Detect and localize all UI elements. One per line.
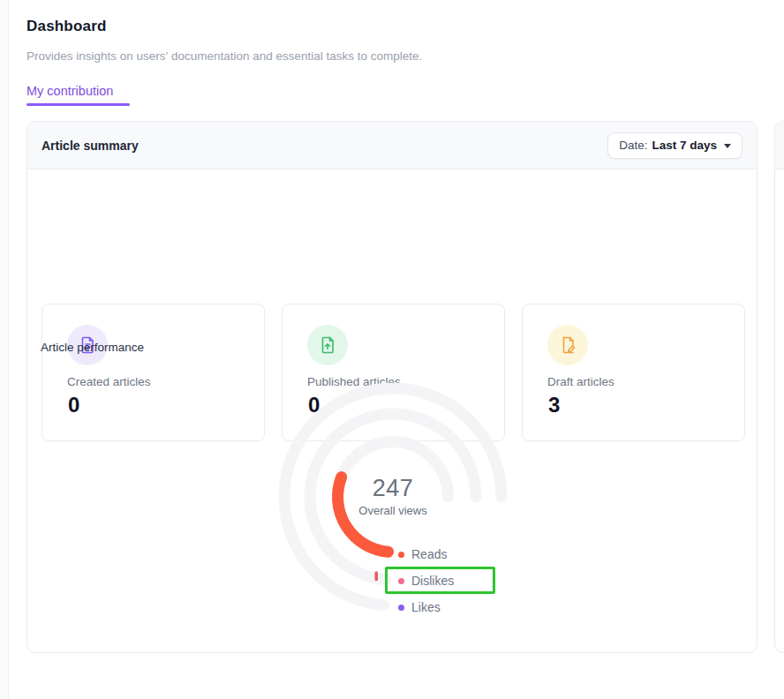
page-subtitle: Provides insights on users' documentatio…: [26, 49, 422, 63]
tab-my-contribution[interactable]: My contribution: [26, 84, 113, 98]
chevron-down-icon: [724, 144, 731, 148]
draft-document-icon: [547, 325, 588, 365]
legend-label: Dislikes: [411, 574, 454, 588]
legend-dot-icon: [398, 552, 404, 558]
dashboard-page: Dashboard Provides insights on users' do…: [0, 0, 784, 699]
article-summary-header: Article summary Date: Last 7 days: [27, 122, 757, 169]
bar-reads: [338, 477, 388, 552]
stat-label: Draft articles: [547, 375, 614, 388]
track-likes: [284, 388, 501, 605]
legend-item-reads[interactable]: Reads: [398, 541, 454, 567]
article-summary-title: Article summary: [41, 139, 139, 153]
date-filter-prefix: Date:: [619, 139, 647, 152]
adjacent-card-header: [775, 122, 784, 169]
stat-value: 3: [548, 393, 560, 417]
page-left-gutter: [0, 0, 9, 699]
tab-active-underline: [26, 103, 130, 106]
stat-label: Created articles: [67, 375, 151, 388]
stat-value: 0: [68, 393, 79, 417]
published-document-icon: [307, 325, 348, 365]
legend-dot-icon: [398, 578, 404, 584]
legend-label: Reads: [411, 547, 447, 561]
bar-dislikes-tick: [375, 571, 379, 581]
chart-legend: ReadsDislikesLikes: [398, 541, 454, 620]
created-articles-card: Created articles 0: [41, 304, 265, 441]
article-performance-radial-chart: [252, 371, 534, 635]
article-performance-title: Article performance: [41, 341, 144, 354]
legend-item-likes[interactable]: Likes: [398, 594, 454, 620]
draft-articles-card: Draft articles 3: [522, 304, 745, 441]
legend-item-dislikes[interactable]: Dislikes: [398, 567, 454, 594]
page-title: Dashboard: [26, 18, 107, 35]
legend-dot-icon: [398, 605, 404, 611]
legend-label: Likes: [411, 600, 441, 614]
date-filter-dropdown[interactable]: Date: Last 7 days: [607, 132, 743, 159]
date-filter-value: Last 7 days: [652, 139, 717, 152]
adjacent-card-partial: [774, 121, 784, 653]
